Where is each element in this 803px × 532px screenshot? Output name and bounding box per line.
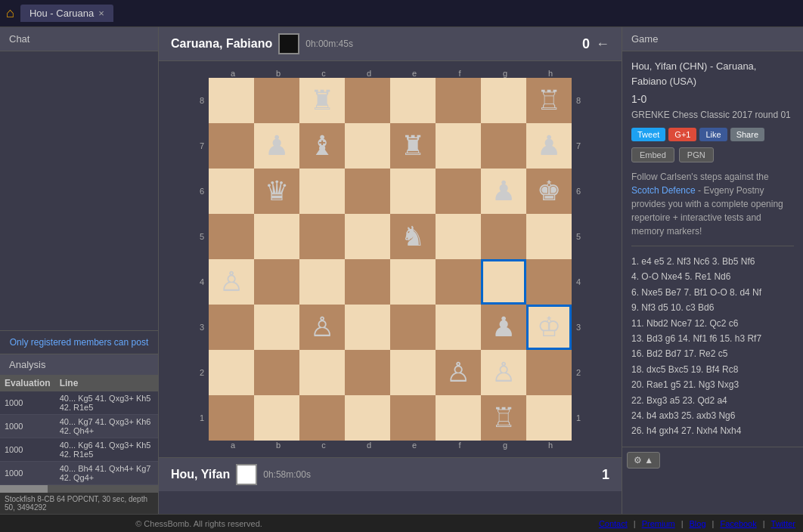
- chess-cell[interactable]: ♙: [481, 350, 526, 395]
- chess-cell[interactable]: [436, 169, 481, 214]
- chess-piece[interactable]: ♙: [219, 268, 243, 295]
- chess-cell[interactable]: [209, 169, 254, 214]
- chess-cell[interactable]: ♚: [526, 169, 572, 214]
- chess-piece[interactable]: ♚: [537, 178, 561, 205]
- analysis-scrollbar-thumb[interactable]: [0, 485, 48, 493]
- chess-board[interactable]: ♜♖♟♝♜♟♛♟♚♞♙♙♟♔♙♙♖: [209, 78, 572, 441]
- chess-cell[interactable]: [254, 350, 299, 395]
- tab[interactable]: Hou - Caruana ×: [20, 5, 113, 22]
- pgn-button[interactable]: PGN: [679, 147, 714, 162]
- chess-cell[interactable]: [209, 395, 254, 441]
- chess-cell[interactable]: [254, 395, 299, 441]
- chess-cell[interactable]: [345, 214, 390, 259]
- promo-link[interactable]: Scotch Defence: [631, 185, 696, 196]
- chess-cell[interactable]: [254, 259, 299, 305]
- settings-button[interactable]: ⚙ ▲: [627, 452, 660, 469]
- chess-cell[interactable]: [254, 305, 299, 350]
- chess-piece[interactable]: ♛: [265, 178, 289, 205]
- chess-piece[interactable]: ♞: [401, 223, 425, 250]
- chess-cell[interactable]: [390, 305, 436, 350]
- chess-cell[interactable]: [345, 350, 390, 395]
- home-icon[interactable]: ⌂: [6, 5, 14, 21]
- chess-cell[interactable]: [345, 169, 390, 214]
- chess-cell[interactable]: [299, 350, 345, 395]
- chess-cell[interactable]: ♔: [526, 305, 572, 350]
- facebook-link[interactable]: Facebook: [720, 519, 756, 528]
- chess-cell[interactable]: ♖: [481, 395, 526, 441]
- chess-cell[interactable]: [436, 395, 481, 441]
- chess-cell[interactable]: ♙: [299, 305, 345, 350]
- chess-piece[interactable]: ♙: [310, 314, 334, 341]
- blog-link[interactable]: Blog: [690, 519, 706, 528]
- chess-cell[interactable]: ♙: [436, 350, 481, 395]
- chess-cell[interactable]: [526, 395, 572, 441]
- chess-cell[interactable]: [299, 259, 345, 305]
- chess-cell[interactable]: ♖: [526, 78, 572, 123]
- chess-cell[interactable]: ♟: [254, 123, 299, 169]
- chess-piece[interactable]: ♖: [491, 404, 516, 431]
- chess-cell[interactable]: [390, 395, 436, 441]
- chess-cell[interactable]: [299, 395, 345, 441]
- chess-cell[interactable]: [299, 169, 345, 214]
- chess-cell[interactable]: [390, 350, 436, 395]
- chess-cell[interactable]: ♙: [209, 259, 254, 305]
- chess-cell[interactable]: [526, 259, 572, 305]
- chess-cell[interactable]: [481, 214, 526, 259]
- chess-cell[interactable]: [390, 169, 436, 214]
- embed-button[interactable]: Embed: [631, 147, 674, 162]
- premium-link[interactable]: Premium: [642, 519, 675, 528]
- chess-cell[interactable]: [345, 259, 390, 305]
- chess-piece[interactable]: ♜: [401, 132, 425, 159]
- contact-link[interactable]: Contact: [599, 519, 628, 528]
- chess-piece[interactable]: ♝: [310, 132, 334, 159]
- chess-piece[interactable]: ♜: [310, 87, 334, 114]
- chess-cell[interactable]: ♟: [481, 305, 526, 350]
- chess-cell[interactable]: [390, 78, 436, 123]
- chess-cell[interactable]: ♟: [526, 123, 572, 169]
- chess-piece[interactable]: ♟: [491, 178, 516, 205]
- analysis-scrollbar[interactable]: [0, 485, 158, 493]
- chess-piece[interactable]: ♟: [537, 132, 561, 159]
- chess-cell[interactable]: [209, 214, 254, 259]
- chess-cell[interactable]: [345, 123, 390, 169]
- chess-piece[interactable]: ♟: [265, 132, 289, 159]
- like-button[interactable]: Like: [699, 128, 727, 141]
- chess-cell[interactable]: [345, 305, 390, 350]
- chess-cell[interactable]: [436, 123, 481, 169]
- chess-cell[interactable]: ♛: [254, 169, 299, 214]
- chess-cell[interactable]: [254, 214, 299, 259]
- chess-piece[interactable]: ♙: [491, 359, 516, 386]
- chess-cell[interactable]: [526, 350, 572, 395]
- chess-cell[interactable]: [481, 78, 526, 123]
- chess-cell[interactable]: [209, 78, 254, 123]
- chess-cell[interactable]: [254, 78, 299, 123]
- registered-members-link[interactable]: registered members: [31, 337, 112, 348]
- chess-cell[interactable]: [436, 78, 481, 123]
- chess-cell[interactable]: [390, 259, 436, 305]
- chess-piece[interactable]: ♖: [537, 87, 561, 114]
- tweet-button[interactable]: Tweet: [631, 128, 665, 141]
- chess-cell[interactable]: [436, 214, 481, 259]
- chess-piece[interactable]: ♙: [446, 359, 470, 386]
- chess-cell[interactable]: ♞: [390, 214, 436, 259]
- chess-cell[interactable]: [209, 123, 254, 169]
- gplus-button[interactable]: G+1: [668, 128, 696, 141]
- share-button[interactable]: Share: [730, 128, 764, 141]
- chess-cell[interactable]: [481, 123, 526, 169]
- chess-cell[interactable]: ♜: [299, 78, 345, 123]
- chess-piece[interactable]: ♟: [491, 314, 516, 341]
- chess-cell[interactable]: [209, 305, 254, 350]
- chess-cell[interactable]: [345, 78, 390, 123]
- twitter-link[interactable]: Twitter: [771, 519, 795, 528]
- chess-cell[interactable]: [345, 395, 390, 441]
- chess-cell[interactable]: ♜: [390, 123, 436, 169]
- chess-cell[interactable]: ♟: [481, 169, 526, 214]
- chess-cell[interactable]: [436, 305, 481, 350]
- chess-cell[interactable]: [299, 214, 345, 259]
- tab-close-icon[interactable]: ×: [98, 8, 104, 19]
- chess-piece[interactable]: ♔: [537, 314, 561, 341]
- chess-cell[interactable]: ♝: [299, 123, 345, 169]
- chess-cell[interactable]: [436, 259, 481, 305]
- chess-cell[interactable]: [526, 214, 572, 259]
- chess-cell[interactable]: [209, 350, 254, 395]
